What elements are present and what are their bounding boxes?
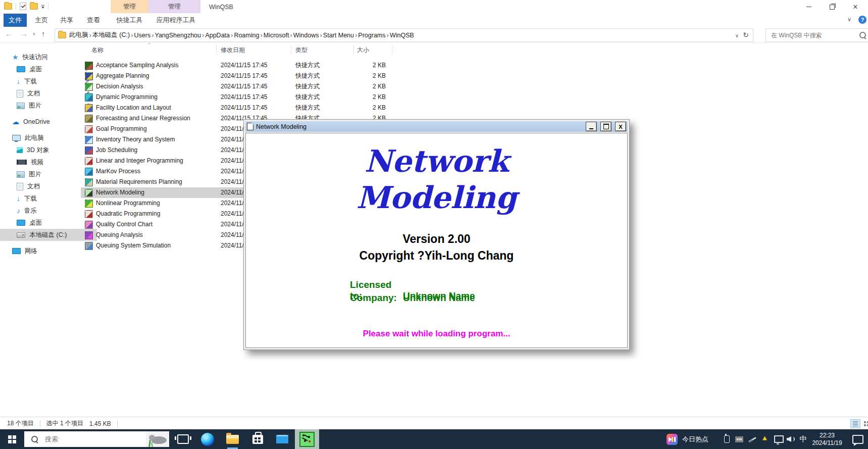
restore-icon	[830, 5, 835, 10]
column-separator[interactable]	[216, 45, 217, 55]
breadcrumb-separator-icon: ›	[319, 31, 323, 39]
file-row[interactable]: Dynamic Programming2024/11/15 17:45快捷方式2…	[81, 92, 394, 103]
new-folder-icon[interactable]	[30, 3, 38, 10]
file-icon	[85, 83, 93, 91]
file-icon	[85, 62, 93, 70]
sidebar-item-快速访问[interactable]: ★快速访问	[0, 51, 92, 63]
breadcrumb-separator-icon: ›	[88, 31, 92, 39]
file-row[interactable]: Decision Analysis2024/11/15 17:45快捷方式2 K…	[81, 81, 394, 92]
splash-company-line: Company:Unknown Name	[350, 292, 475, 304]
breadcrumb-item[interactable]: Users	[134, 32, 151, 39]
winqsb-app-button[interactable]	[295, 429, 319, 449]
column-separator[interactable]	[291, 45, 291, 55]
breadcrumb-item[interactable]: Roaming	[234, 32, 259, 39]
volume-tray-button[interactable]	[785, 429, 797, 449]
splash-title-line2: Modeling	[246, 180, 627, 215]
dialog-minimize-button[interactable]	[586, 122, 597, 131]
splash-dialog: Network Modeling X Network Modeling Vers…	[243, 119, 630, 350]
forward-icon[interactable]: →	[20, 29, 28, 38]
column-header-name[interactable]: 名称	[91, 46, 104, 55]
explorer-search-box[interactable]	[765, 28, 868, 42]
pictures-icon	[17, 171, 25, 178]
file-size: 2 KB	[353, 81, 386, 92]
network-tray-button[interactable]	[773, 429, 785, 449]
breadcrumb-item[interactable]: AppData	[205, 32, 230, 39]
ribbon-expand-icon[interactable]: ∨	[847, 16, 851, 23]
tab-share[interactable]: 共享	[56, 14, 78, 27]
recent-locations-icon[interactable]: ∨	[32, 31, 36, 36]
start-button[interactable]	[0, 429, 24, 449]
column-header-type[interactable]: 类型	[295, 46, 308, 55]
sidebar-item-网络[interactable]: 网络	[0, 245, 92, 257]
vmware-tray-button[interactable]: vm	[733, 429, 745, 449]
dialog-close-button[interactable]: X	[615, 122, 626, 131]
windows-logo-icon	[8, 435, 16, 443]
edge-button[interactable]	[195, 429, 220, 449]
breadcrumb-separator-icon: ›	[289, 31, 293, 39]
tab-view[interactable]: 查看	[82, 14, 105, 27]
news-button[interactable]	[663, 429, 681, 449]
back-icon[interactable]: ←	[5, 29, 13, 38]
clock[interactable]: 22:23 2024/11/19	[808, 429, 846, 449]
taskbar-search-input[interactable]	[44, 435, 122, 443]
window-minimize-button[interactable]	[797, 0, 821, 14]
search-highlight-image[interactable]	[146, 431, 169, 447]
sidebar-item-OneDrive[interactable]: ☁OneDrive	[0, 116, 92, 128]
column-separator[interactable]	[392, 45, 392, 55]
mail-icon	[276, 435, 288, 443]
window-close-button[interactable]: ×	[844, 0, 867, 14]
address-bar[interactable]: 此电脑›本地磁盘 (C:)›Users›YangShengzhou›AppDat…	[55, 28, 753, 42]
properties-icon[interactable]	[20, 3, 26, 10]
action-center-button[interactable]	[850, 429, 865, 449]
column-header-size[interactable]: 大小	[357, 46, 369, 55]
details-view-button[interactable]	[850, 419, 860, 428]
taskbar-search-box[interactable]	[24, 431, 169, 447]
tab-home[interactable]: 主页	[30, 14, 53, 27]
breadcrumb-item[interactable]: Microsoft	[264, 32, 289, 39]
tab-file[interactable]: 文件	[4, 14, 27, 27]
tab-application-tools[interactable]: 应用程序工具	[150, 14, 202, 27]
up-icon[interactable]: ↑	[41, 29, 45, 38]
dialog-maximize-button[interactable]	[600, 122, 611, 131]
customize-qat-icon[interactable]	[41, 7, 44, 9]
file-row[interactable]: Aggregate Planning2024/11/15 17:45快捷方式2 …	[81, 71, 394, 81]
sidebar-item-此电脑[interactable]: 此电脑	[0, 132, 92, 144]
disk-icon	[17, 232, 25, 238]
close-icon: X	[619, 124, 622, 130]
help-button[interactable]: ?	[858, 16, 866, 24]
defender-tray-button[interactable]	[759, 429, 772, 449]
sidebar-item-label: 快速访问	[23, 53, 48, 62]
window-restore-button[interactable]	[821, 0, 844, 14]
maximize-icon	[603, 124, 609, 129]
muted-device-tray-button[interactable]	[746, 429, 758, 449]
file-row[interactable]: Facility Location and Layout2024/11/15 1…	[81, 103, 394, 113]
task-view-button[interactable]	[171, 429, 195, 449]
breadcrumb-item[interactable]: Start Menu	[323, 32, 354, 39]
refresh-icon[interactable]: ↻	[743, 31, 749, 39]
column-separator[interactable]	[353, 45, 354, 55]
separator	[16, 3, 16, 10]
column-header-date[interactable]: 修改日期	[221, 46, 245, 55]
file-explorer-icon	[226, 435, 239, 444]
breadcrumb-item[interactable]: Windows	[293, 32, 319, 39]
store-button[interactable]	[245, 429, 270, 449]
mail-button[interactable]	[270, 429, 294, 449]
thumbnail-view-button[interactable]	[863, 419, 868, 427]
breadcrumb-item[interactable]: Programs	[358, 32, 385, 39]
search-input[interactable]	[770, 31, 859, 39]
breadcrumb-item[interactable]: WinQSB	[390, 32, 414, 39]
status-bar: 18 个项目 选中 1 个项目 1.45 KB	[0, 417, 868, 430]
item-count: 18 个项目	[7, 419, 34, 428]
news-label[interactable]: 今日热点	[681, 429, 710, 449]
file-row[interactable]: Acceptance Sampling Analysis2024/11/15 1…	[81, 60, 394, 71]
task-view-icon	[177, 434, 189, 444]
file-explorer-button[interactable]	[220, 429, 244, 449]
usb-tray-button[interactable]	[721, 429, 732, 449]
breadcrumb-item[interactable]: 本地磁盘 (C:)	[92, 31, 130, 39]
tab-shortcut-tools[interactable]: 快捷工具	[111, 14, 148, 27]
dialog-titlebar[interactable]: Network Modeling X	[245, 121, 628, 132]
address-dropdown-icon[interactable]: ∨	[735, 33, 739, 38]
file-icon	[85, 189, 93, 197]
breadcrumb-item[interactable]: YangShengzhou	[155, 32, 201, 39]
breadcrumb-item[interactable]: 此电脑	[69, 31, 88, 39]
